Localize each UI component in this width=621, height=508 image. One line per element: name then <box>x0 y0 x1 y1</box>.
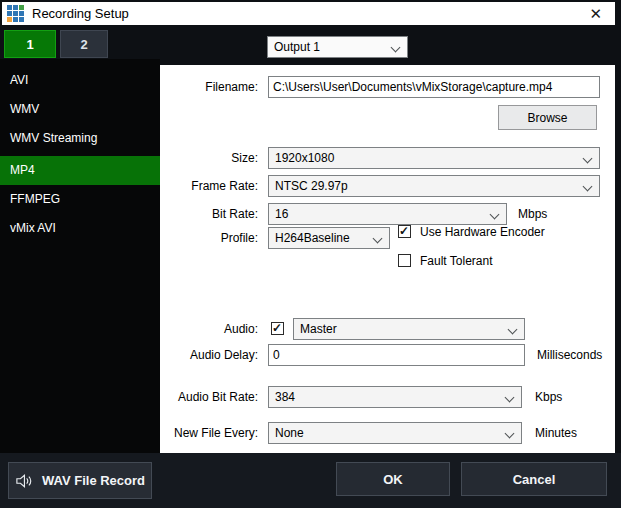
audio-bit-rate-label: Audio Bit Rate: <box>160 386 258 408</box>
output-select-value: Output 1 <box>274 40 388 54</box>
chevron-down-icon <box>584 182 593 191</box>
profile-label: Profile: <box>160 227 258 249</box>
size-label: Size: <box>160 147 258 169</box>
profile-select[interactable]: H264Baseline <box>268 227 390 249</box>
close-icon[interactable]: ✕ <box>589 2 602 25</box>
audio-label: Audio: <box>160 318 258 340</box>
recording-setup-window: Recording Setup ✕ 1 2 Output 1 AVI WMV W… <box>0 0 621 508</box>
filename-input[interactable] <box>268 76 600 98</box>
chevron-down-icon <box>491 210 500 219</box>
wav-file-record-label: WAV File Record <box>42 473 145 488</box>
new-file-every-unit: Minutes <box>535 422 577 444</box>
cancel-button[interactable]: Cancel <box>461 462 607 496</box>
sidebar-item-wmv[interactable]: WMV <box>0 95 160 124</box>
recorder-tab-1[interactable]: 1 <box>4 30 56 58</box>
size-select[interactable]: 1920x1080 <box>268 147 600 169</box>
audio-checkbox[interactable] <box>271 322 284 335</box>
chevron-down-icon <box>374 234 383 243</box>
profile-select-value: H264Baseline <box>275 231 370 245</box>
chevron-down-icon <box>584 154 593 163</box>
sidebar-item-ffmpeg[interactable]: FFMPEG <box>0 185 160 214</box>
ok-button[interactable]: OK <box>336 462 450 496</box>
filename-label: Filename: <box>160 76 258 98</box>
audio-delay-unit: Milliseconds <box>537 344 602 366</box>
recorder-tab-2[interactable]: 2 <box>60 30 108 58</box>
sidebar-item-wmv-streaming[interactable]: WMV Streaming <box>0 124 160 153</box>
wav-file-record-button[interactable]: WAV File Record <box>8 462 152 499</box>
use-hardware-encoder-label: Use Hardware Encoder <box>420 225 545 239</box>
audio-bit-rate-select[interactable]: 384 <box>268 386 522 408</box>
browse-button[interactable]: Browse <box>498 105 597 130</box>
use-hardware-encoder-checkbox[interactable] <box>398 225 411 238</box>
window-title: Recording Setup <box>32 2 129 25</box>
audio-select[interactable]: Master <box>293 318 525 340</box>
chevron-down-icon <box>506 429 515 438</box>
chevron-down-icon <box>392 43 401 52</box>
bit-rate-select[interactable]: 16 <box>268 203 507 225</box>
sidebar-item-vmix-avi[interactable]: vMix AVI <box>0 214 160 243</box>
fault-tolerant-checkbox[interactable] <box>398 254 411 267</box>
size-select-value: 1920x1080 <box>275 151 580 165</box>
footer-bar: WAV File Record OK Cancel <box>0 453 621 508</box>
new-file-every-select[interactable]: None <box>268 422 522 444</box>
audio-delay-label: Audio Delay: <box>160 344 258 366</box>
frame-rate-select[interactable]: NTSC 29.97p <box>268 175 600 197</box>
speaker-icon <box>15 473 33 489</box>
vmix-logo-icon <box>7 5 26 24</box>
audio-delay-input[interactable] <box>268 344 525 366</box>
format-sidebar: AVI WMV WMV Streaming MP4 FFMPEG vMix AV… <box>0 59 160 453</box>
chevron-down-icon <box>506 393 515 402</box>
sidebar-item-mp4[interactable]: MP4 <box>0 156 160 185</box>
bit-rate-label: Bit Rate: <box>160 203 258 225</box>
title-bar: Recording Setup ✕ <box>2 2 615 25</box>
audio-select-value: Master <box>300 322 505 336</box>
new-file-every-label: New File Every: <box>160 422 258 444</box>
chevron-down-icon <box>509 325 518 334</box>
bit-rate-select-value: 16 <box>275 207 487 221</box>
frame-rate-select-value: NTSC 29.97p <box>275 179 580 193</box>
fault-tolerant-label: Fault Tolerant <box>420 254 493 268</box>
frame-rate-label: Frame Rate: <box>160 175 258 197</box>
sidebar-item-avi[interactable]: AVI <box>0 66 160 95</box>
audio-bit-rate-unit: Kbps <box>535 386 562 408</box>
bit-rate-unit: Mbps <box>518 203 547 225</box>
output-select[interactable]: Output 1 <box>267 36 408 58</box>
new-file-every-select-value: None <box>275 426 502 440</box>
settings-panel: Filename: Browse Size: 1920x1080 Frame R… <box>160 65 615 453</box>
audio-bit-rate-select-value: 384 <box>275 390 502 404</box>
